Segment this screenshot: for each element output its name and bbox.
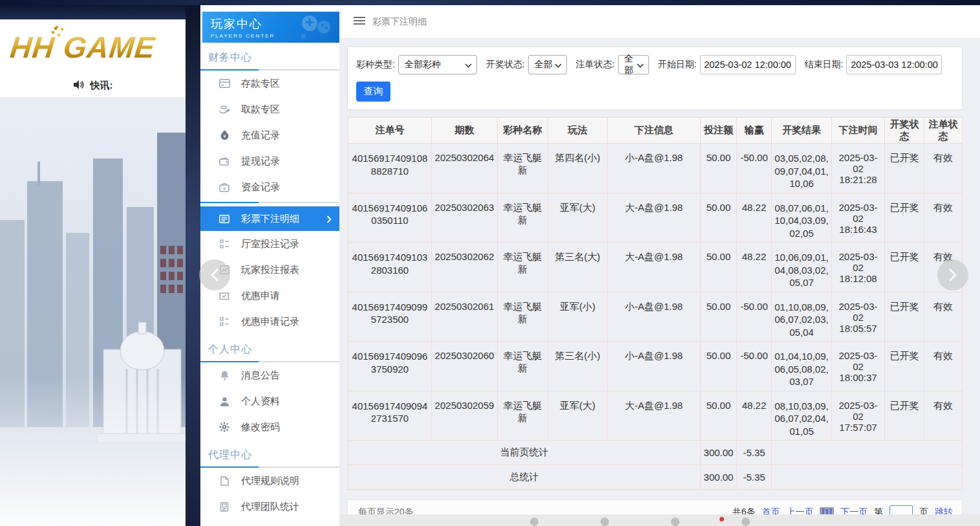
sidebar-item-promo-apply-record[interactable]: 优惠申请记录	[200, 309, 339, 334]
cell-draw-status: 已开奖	[885, 391, 924, 441]
cell-draw-result: 01,10,08,09,06,07,02,03,05,04	[772, 292, 832, 342]
sidebar-item-label: 厅室投注记录	[241, 238, 299, 250]
sidebar-header: 玩家中心 PLAYERS CENTER	[202, 12, 339, 43]
sidebar-item-agent-rules[interactable]: 代理规则说明	[200, 468, 339, 494]
draw-status-select[interactable]: 全部	[528, 55, 567, 74]
sidebar-item-deposit[interactable]: 存款专区	[200, 71, 339, 96]
cell-order-status: 有效	[924, 193, 963, 243]
sidebar-item-withdrawal-record[interactable]: 提现记录	[200, 148, 339, 174]
cell-draw-result: 01,04,10,09,06,05,08,02,03,07	[772, 342, 832, 391]
sidebar-item-recharge-record[interactable]: ¥ 充值记录	[200, 122, 339, 148]
sidebar-item-label: 充值记录	[241, 129, 280, 142]
main-area: 彩票下注明细 彩种类型: 全部彩种 开奖状态: 全部	[339, 5, 980, 526]
footer-icon[interactable]	[530, 518, 538, 526]
sidebar-item-label: 个人资料	[241, 395, 280, 408]
coin-purse-icon: ¥	[218, 181, 230, 193]
footer-strip	[339, 514, 980, 526]
bet-table: 注单号 期数 彩种名称 玩法 下注信息 投注额 输赢 开奖结果 下注时间 开奖状…	[348, 117, 963, 490]
money-bag-icon: ¥	[218, 129, 230, 141]
sidebar-item-label: 代理团队统计	[241, 501, 299, 513]
scroll-right-button[interactable]	[937, 259, 968, 290]
cell-order-id: 401569174091088828710	[348, 144, 432, 193]
cell-winloss: -50.00	[737, 144, 772, 193]
footer-notification-dot	[719, 517, 724, 521]
chevron-right-icon	[326, 214, 332, 225]
logo-band: HH GAME	[0, 19, 186, 74]
summary-row-grand-total: 总统计 300.00 -5.35	[348, 465, 963, 490]
cell-bet-time: 2025-03-02 18:00:37	[832, 342, 885, 391]
cell-play-type: 亚军(大)	[548, 391, 608, 441]
footer-quick-icons[interactable]	[530, 518, 750, 526]
summary-empty	[772, 441, 963, 465]
footer-icon[interactable]	[601, 518, 609, 526]
bell-icon	[218, 369, 230, 381]
sidebar-item-change-password[interactable]: 修改密码	[200, 414, 339, 440]
sidebar-item-label: 提现记录	[241, 155, 280, 168]
scroll-left-button[interactable]	[199, 259, 230, 290]
summary-label: 总统计	[348, 465, 701, 490]
background-photo	[0, 97, 186, 526]
sidebar-item-agent-team-stats[interactable]: 代理团队统计	[200, 494, 339, 520]
wallet-icon	[218, 155, 230, 167]
sidebar-item-profile[interactable]: 个人资料	[200, 388, 339, 414]
sidebar-item-lottery-bet-detail[interactable]: 彩票下注明细	[200, 206, 339, 231]
summary-bet-total: 300.00	[701, 465, 737, 490]
cell-bet-time: 2025-03-02 18:12:08	[832, 243, 885, 292]
cell-draw-status: 已开奖	[885, 342, 924, 391]
cell-period: 20250302060	[432, 342, 498, 391]
section-title-agent: 代理中心	[200, 440, 339, 466]
cell-play-type: 第三名(小)	[548, 342, 608, 391]
sidebar-item-label: 优惠申请	[241, 290, 280, 302]
sidebar-item-withdraw[interactable]: 取款专区	[200, 96, 339, 122]
cell-order-id: 401569174090995723500	[348, 292, 432, 342]
col-header-winloss: 输赢	[737, 118, 772, 144]
section-title-finance: 财务中心	[200, 43, 339, 69]
cell-bet-time: 2025-03-02 18:16:43	[832, 193, 885, 243]
cell-winloss: 48.22	[737, 391, 772, 441]
cell-play-type: 亚军(小)	[548, 292, 608, 342]
cell-period: 20250302063	[432, 193, 498, 243]
bank-card-icon	[218, 78, 230, 89]
cell-order-id: 401569174090963750920	[348, 342, 432, 391]
cell-draw-result: 08,07,06,01,10,04,03,09,02,05	[772, 193, 832, 243]
cell-play-type: 第三名(大)	[548, 243, 608, 292]
cell-order-id: 401569174091032803160	[348, 243, 432, 292]
cell-order-status: 有效	[924, 144, 963, 193]
summary-empty	[772, 465, 963, 490]
col-header-bet-info: 下注信息	[608, 118, 701, 144]
cell-order-status: 有效	[924, 342, 963, 391]
end-date-input[interactable]	[846, 55, 942, 74]
cell-winloss: -50.00	[737, 292, 772, 342]
hamburger-menu-icon[interactable]	[354, 16, 365, 27]
cell-draw-status: 已开奖	[885, 193, 924, 243]
sidebar-item-label: 存款专区	[241, 78, 280, 90]
footer-icon[interactable]	[741, 518, 750, 526]
sidebar-item-hall-bet-record[interactable]: 厅室投注记录	[200, 231, 339, 257]
cell-period: 20250302061	[432, 292, 498, 342]
document-icon	[218, 475, 230, 487]
col-header-lottery-name: 彩种名称	[498, 118, 548, 144]
cell-order-status: 有效	[924, 292, 963, 342]
cell-period: 20250302062	[432, 243, 498, 292]
footer-icon[interactable]	[671, 518, 679, 526]
order-status-select[interactable]: 全部	[618, 55, 649, 74]
lottery-type-label: 彩种类型:	[356, 59, 395, 71]
sidebar-item-funds-record[interactable]: ¥ 资金记录	[200, 174, 339, 200]
sidebar-item-label: 修改密码	[241, 421, 280, 433]
list-check-icon	[218, 316, 230, 327]
sidebar-item-notice[interactable]: 消息公告	[200, 362, 339, 388]
table-row: 401569174090963750920 20250302060 幸运飞艇新 …	[348, 342, 963, 391]
cell-play-type: 第四名(小)	[548, 144, 608, 193]
lottery-type-select[interactable]: 全部彩种	[398, 55, 477, 74]
cell-bet-time: 2025-03-02 18:05:57	[832, 292, 885, 342]
draw-status-label: 开奖状态:	[486, 59, 525, 71]
cell-draw-status: 已开奖	[885, 144, 924, 193]
cell-draw-status: 已开奖	[885, 243, 924, 292]
start-date-input[interactable]	[700, 55, 796, 74]
sidebar-item-label: 消息公告	[241, 369, 280, 382]
list-detail-icon	[218, 213, 230, 225]
left-panel: HH GAME 快讯:	[0, 0, 186, 526]
gamepad-icon	[297, 14, 334, 43]
cell-winloss: 48.22	[737, 193, 772, 243]
search-button[interactable]: 查询	[356, 82, 390, 102]
